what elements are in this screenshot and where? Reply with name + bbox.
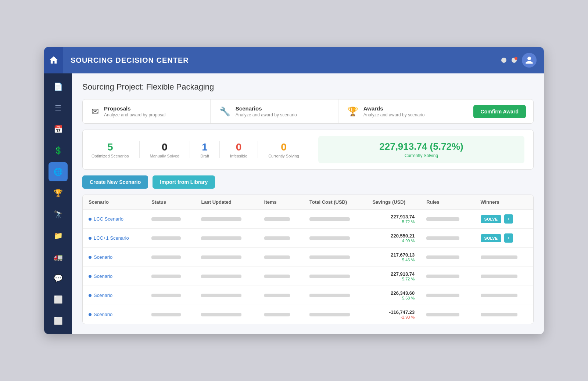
home-icon[interactable] [44, 47, 63, 73]
infeasible-label: Infeasible [230, 154, 247, 158]
rules-bar [426, 275, 459, 278]
winners-bar [481, 294, 517, 297]
rules-bar [426, 313, 459, 316]
scenario-name-cell[interactable]: Scenario [83, 286, 146, 305]
winners-cell [475, 286, 533, 305]
scenario-name-cell[interactable]: Scenario [83, 248, 146, 267]
updated-bar [201, 275, 241, 278]
last-updated-cell [195, 305, 258, 324]
table: Scenario Status Last Updated Items Total… [83, 195, 533, 324]
updated-bar [201, 313, 241, 316]
scenario-link[interactable]: Scenario [89, 293, 140, 298]
items-cell [258, 305, 304, 324]
create-scenario-button[interactable]: Create New Scenario [82, 175, 148, 189]
tab-proposals[interactable]: ✉ Proposals Analyze and award by proposa… [83, 99, 211, 123]
confirm-award-button[interactable]: Comfirm Award [473, 105, 526, 118]
scenario-name-cell[interactable]: LCC+1 Scenario [83, 229, 146, 248]
scenario-link[interactable]: LCC Scenario [89, 216, 140, 222]
scenario-link[interactable]: Scenario [89, 254, 140, 260]
scenario-name-cell[interactable]: LCC Scenario [83, 210, 146, 229]
table-row[interactable]: Scenario 226,343.60 5.68 % [83, 286, 533, 305]
sidebar-item-currency[interactable]: 💲 [49, 141, 68, 160]
savings-cell: 227,913.74 5.72 % [366, 267, 420, 286]
rules-cell [420, 210, 474, 229]
table-row[interactable]: LCC+1 Scenario 220,550.21 4.99 % SOLVE + [83, 229, 533, 248]
rules-cell [420, 286, 474, 305]
tab-awards[interactable]: 🏆 Awards Analyze and award by scenario [338, 99, 466, 123]
status-bar [151, 294, 181, 297]
sidebar-item-globe[interactable]: 🌐 [49, 162, 68, 181]
sidebar: 📄 ☰ 📅 💲 🌐 🏆 🔭 📁 🚛 💬 ⬜ ⬜ [44, 73, 72, 334]
sidebar-item-list[interactable]: ☰ [49, 98, 68, 117]
items-cell [258, 248, 304, 267]
sidebar-item-sq2[interactable]: ⬜ [49, 311, 68, 330]
savings-amount: 220,550.21 [372, 233, 415, 239]
avatar[interactable] [522, 53, 537, 68]
plus-button[interactable]: + [504, 214, 513, 224]
status-cell [146, 305, 195, 324]
table-row[interactable]: Scenario 227,913.74 5.72 % [83, 267, 533, 286]
dot-blue [89, 294, 92, 297]
sidebar-item-folder[interactable]: 📁 [49, 226, 68, 245]
plus-button[interactable]: + [504, 233, 513, 243]
proposals-icon: ✉ [92, 106, 99, 117]
col-status: Status [146, 195, 195, 210]
solve-button[interactable]: SOLVE [481, 215, 501, 223]
savings-cell: 220,550.21 4.99 % [366, 229, 420, 248]
savings-cell: 226,343.60 5.68 % [366, 286, 420, 305]
savings-pct: -2.93 % [372, 315, 415, 319]
savings-pct: 5.72 % [372, 277, 415, 281]
status-dot-1 [501, 58, 506, 63]
scenario-link[interactable]: Scenario [89, 273, 140, 279]
sidebar-item-chat[interactable]: 💬 [49, 269, 68, 288]
import-library-button[interactable]: Import from Library [153, 175, 215, 189]
dot-blue [89, 313, 92, 316]
scenario-name-cell[interactable]: Scenario [83, 267, 146, 286]
stat-solving: 0 Currently Solving [258, 141, 309, 158]
winners-cell: SOLVE + [475, 210, 533, 229]
sidebar-item-calendar[interactable]: 📅 [49, 120, 68, 139]
updated-bar [201, 294, 241, 297]
table-row[interactable]: Scenario 217,670.13 5.46 % [83, 248, 533, 267]
scenario-link[interactable]: Scenario [89, 312, 140, 317]
winners-bar [481, 275, 517, 278]
header-title: SOURCING DECISION CENTER [71, 56, 501, 65]
sidebar-item-sq1[interactable]: ⬜ [49, 290, 68, 309]
notification-dot[interactable] [512, 58, 517, 63]
status-bar [151, 217, 181, 221]
items-bar [264, 217, 290, 221]
dot-blue [89, 218, 92, 221]
solve-button[interactable]: SOLVE [481, 234, 501, 242]
items-bar [264, 313, 290, 316]
stats-row: 5 Optimized Scenarios 0 Manually Solved … [82, 130, 534, 170]
col-scenario: Scenario [83, 195, 146, 210]
status-cell [146, 229, 195, 248]
savings-amount: 227,913.74 [372, 271, 415, 277]
stat-optimized: 5 Optimized Scenarios [92, 141, 140, 158]
sidebar-item-truck[interactable]: 🚛 [49, 247, 68, 266]
table-row[interactable]: Scenario -116,747.23 -2.93 % [83, 305, 533, 324]
header: SOURCING DECISION CENTER [44, 47, 544, 73]
scenario-link[interactable]: LCC+1 Scenario [89, 235, 140, 241]
savings-amount: 227,913.74 [372, 214, 415, 219]
last-updated-cell [195, 248, 258, 267]
updated-bar [201, 217, 241, 221]
scenario-name-cell[interactable]: Scenario [83, 305, 146, 324]
proposals-label: Proposals [104, 105, 165, 112]
awards-label: Awards [363, 105, 425, 112]
rules-cell [420, 305, 474, 324]
winners-bar [481, 255, 517, 259]
items-bar [264, 294, 290, 297]
sidebar-item-award[interactable]: 🏆 [49, 184, 68, 203]
sidebar-item-docs[interactable]: 📄 [49, 77, 68, 96]
sidebar-item-binoculars[interactable]: 🔭 [49, 205, 68, 224]
action-cell: SOLVE + [481, 233, 527, 243]
items-cell [258, 229, 304, 248]
tab-scenarios[interactable]: 🔧 Scenarios Analyze and award by scenari… [211, 99, 338, 123]
cost-bar [309, 217, 350, 221]
col-rules: Rules [420, 195, 474, 210]
winners-cell [475, 248, 533, 267]
table-row[interactable]: LCC Scenario 227,913.74 5.72 % SOLVE + [83, 210, 533, 229]
total-cost-cell [304, 248, 366, 267]
status-cell [146, 248, 195, 267]
